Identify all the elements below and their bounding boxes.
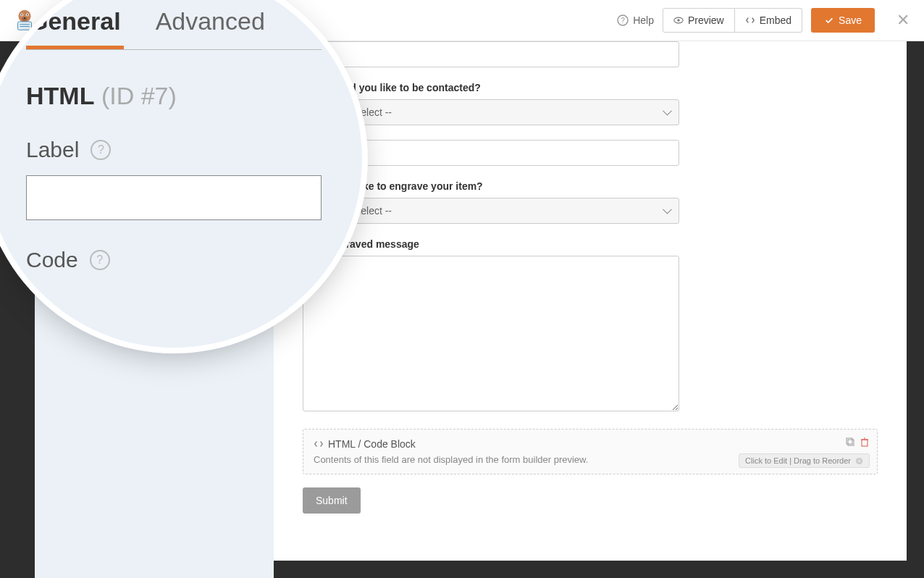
mag-code-field-label: Code: [26, 248, 78, 272]
message-label: Your engraved message: [303, 238, 878, 250]
engrave-dropdown-field[interactable]: Would you like to engrave your item? -- …: [303, 180, 878, 224]
code-icon: [745, 15, 755, 25]
message-field[interactable]: Your engraved message: [303, 238, 878, 414]
code-icon: [314, 439, 324, 449]
html-code-block[interactable]: HTML / Code Block Contents of this field…: [303, 429, 878, 474]
text-field-3[interactable]: [303, 140, 878, 166]
check-icon: [824, 15, 834, 25]
top-actions: ? Help Preview Embed Save ✕: [617, 8, 915, 33]
mag-label-field: Label ?: [26, 138, 322, 220]
contact-label: How would you like to be contacted?: [303, 82, 878, 93]
submit-button[interactable]: Submit: [303, 487, 361, 514]
help-link[interactable]: ? Help: [617, 14, 654, 26]
hint-text: Click to Edit | Drag to Reorder: [745, 456, 851, 465]
mag-tabs: General Advanced: [26, 7, 322, 50]
mag-heading-id: (ID #7): [101, 82, 177, 109]
form-preview: How would you like to be contacted? -- P…: [274, 41, 907, 561]
contact-select[interactable]: -- Please Select --: [303, 99, 679, 125]
edit-hint: Click to Edit | Drag to Reorder: [739, 453, 870, 468]
text-input[interactable]: [303, 41, 679, 67]
duplicate-icon[interactable]: [845, 437, 855, 450]
eye-icon: [673, 15, 684, 25]
contact-dropdown-field[interactable]: How would you like to be contacted? -- P…: [303, 82, 878, 125]
message-textarea[interactable]: [303, 256, 679, 411]
preview-embed-group: Preview Embed: [663, 8, 802, 33]
mag-heading-name: HTML: [26, 82, 94, 109]
help-icon: ?: [617, 14, 629, 26]
svg-point-6: [24, 17, 25, 19]
mag-label-field-label: Label: [26, 138, 79, 162]
close-hint-icon[interactable]: [855, 457, 863, 465]
mag-label-input[interactable]: [26, 175, 322, 220]
embed-button[interactable]: Embed: [735, 8, 802, 33]
mag-heading: HTML (ID #7): [26, 82, 322, 110]
help-label: Help: [633, 14, 654, 26]
svg-point-13: [677, 19, 680, 22]
preview-button[interactable]: Preview: [663, 8, 735, 33]
svg-point-4: [27, 14, 28, 15]
close-icon[interactable]: ✕: [891, 11, 915, 30]
save-label: Save: [839, 14, 862, 26]
svg-point-3: [21, 14, 22, 15]
svg-rect-18: [848, 440, 854, 445]
mag-code-field: Code ?: [26, 248, 322, 272]
svg-rect-17: [847, 438, 852, 444]
engrave-select[interactable]: -- Please Select --: [303, 198, 679, 224]
text-field-1[interactable]: [303, 41, 878, 67]
embed-label: Embed: [760, 14, 791, 26]
svg-rect-7: [18, 22, 32, 30]
mag-tab-advanced[interactable]: Advanced: [153, 7, 268, 49]
help-tooltip-icon[interactable]: ?: [91, 140, 111, 160]
save-button[interactable]: Save: [811, 8, 875, 33]
frame-edge: [907, 41, 924, 578]
svg-text:?: ?: [621, 17, 625, 25]
svg-rect-19: [862, 440, 868, 446]
preview-label: Preview: [688, 14, 724, 26]
engrave-label: Would you like to engrave your item?: [303, 180, 878, 192]
help-tooltip-icon[interactable]: ?: [90, 250, 110, 270]
delete-icon[interactable]: [860, 437, 870, 450]
html-block-title: HTML / Code Block: [328, 438, 416, 450]
